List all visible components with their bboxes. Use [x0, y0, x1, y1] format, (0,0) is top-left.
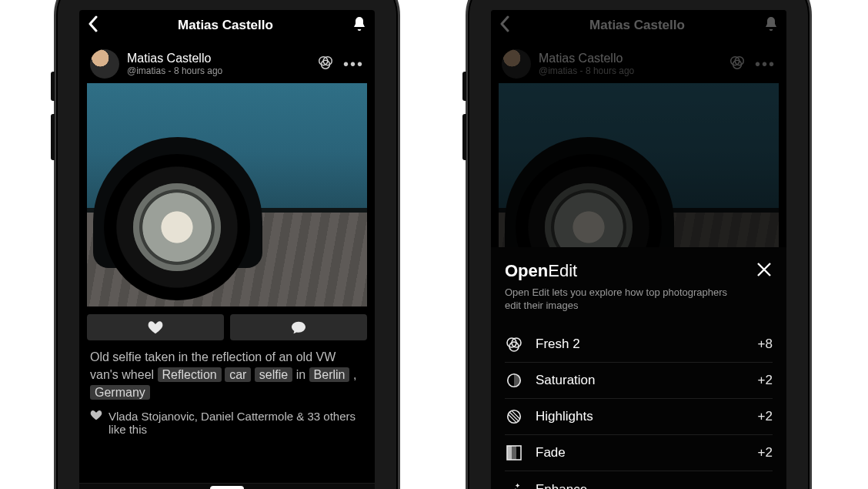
notifications-bell-icon — [763, 15, 779, 35]
edit-value: +2 — [758, 445, 773, 461]
open-edit-icon[interactable] — [317, 54, 334, 74]
tag[interactable]: Germany — [90, 385, 150, 400]
magic-wand-icon — [505, 481, 523, 490]
tag[interactable]: selfie — [255, 367, 292, 382]
phone-mockup-right: Matias Castello Matias Castello @imatias… — [466, 0, 812, 489]
author-name[interactable]: Matias Castello — [127, 52, 317, 65]
screen-left: Matias Castello Matias Castello @imatias… — [79, 10, 375, 489]
edit-value: +2 — [758, 373, 773, 388]
edit-row-fade[interactable]: Fade +2 — [505, 435, 773, 471]
open-edit-sheet: OpenEdit Open Edit lets you explore how … — [491, 247, 786, 489]
highlights-icon — [505, 407, 523, 426]
back-chevron-icon — [499, 15, 511, 35]
fade-icon — [505, 444, 523, 462]
close-icon[interactable] — [756, 261, 773, 281]
post-header: Matias Castello @imatias - 8 hours ago •… — [87, 45, 367, 83]
svg-rect-15 — [507, 446, 512, 460]
edit-value: +8 — [758, 337, 773, 352]
heart-filled-icon — [90, 410, 102, 436]
edit-row-highlights[interactable]: Highlights +2 — [505, 399, 773, 435]
tag[interactable]: Berlin — [309, 367, 350, 382]
phone-mockup-left: Matias Castello Matias Castello @imatias… — [54, 0, 400, 489]
likes-summary[interactable]: Vlada Stojanovic, Daniel Cattermole & 33… — [87, 405, 367, 436]
edit-row-saturation[interactable]: Saturation +2 — [505, 363, 773, 399]
avatar[interactable] — [90, 49, 119, 79]
more-dots-icon: ••• — [755, 56, 776, 72]
tab-globe[interactable] — [151, 486, 185, 490]
tab-bar — [79, 483, 375, 489]
edit-list: Fresh 2 +8 Saturation +2 Highlights +2 — [505, 327, 773, 489]
comment-button[interactable] — [230, 314, 367, 340]
tab-profile[interactable] — [92, 486, 125, 490]
sheet-subtitle: Open Edit lets you explore how top photo… — [505, 286, 736, 313]
post-photo[interactable] — [87, 83, 367, 306]
back-chevron-icon[interactable] — [87, 15, 99, 35]
navbar-title: Matias Castello — [178, 18, 273, 33]
edit-row-enhance[interactable]: Enhance — [505, 471, 773, 489]
open-edit-icon — [729, 54, 746, 74]
edit-value: +2 — [758, 409, 773, 424]
tab-camera[interactable] — [210, 486, 244, 490]
post-card: Matias Castello @imatias - 8 hours ago •… — [79, 41, 375, 436]
filter-icon — [505, 335, 523, 353]
edit-row-fresh2[interactable]: Fresh 2 +8 — [505, 327, 773, 363]
more-dots-icon[interactable]: ••• — [343, 56, 364, 72]
author-meta: @imatias - 8 hours ago — [127, 65, 317, 76]
saturation-icon — [505, 371, 523, 390]
tag[interactable]: Reflection — [158, 367, 222, 382]
sheet-title: OpenEdit — [505, 261, 736, 281]
svg-rect-16 — [512, 446, 516, 460]
post-caption: Old selfie taken in the reflection of an… — [87, 340, 367, 405]
tab-aperture[interactable] — [269, 486, 303, 490]
tab-search[interactable] — [329, 486, 362, 490]
navbar: Matias Castello — [79, 10, 375, 41]
notifications-bell-icon[interactable] — [352, 15, 367, 35]
tag[interactable]: car — [225, 367, 251, 382]
like-button[interactable] — [87, 314, 224, 340]
screen-right: Matias Castello Matias Castello @imatias… — [491, 10, 786, 489]
